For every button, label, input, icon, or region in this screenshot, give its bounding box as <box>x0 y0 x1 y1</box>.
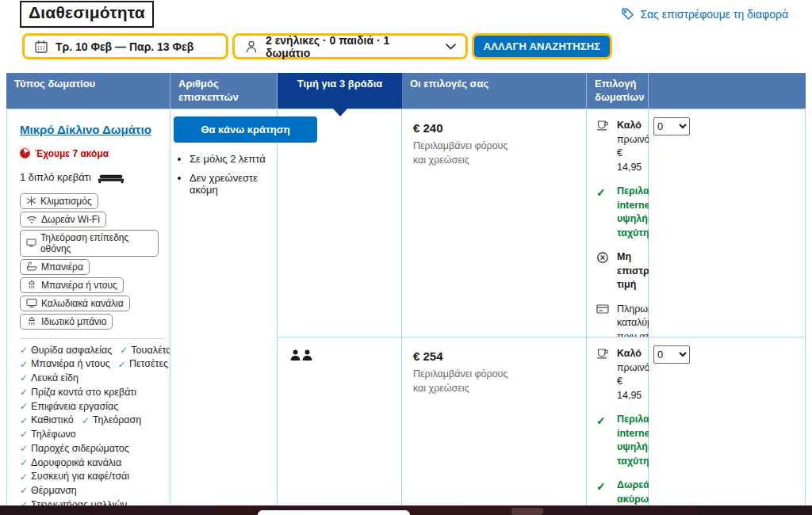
header-price: Τιμή για 3 βράδια <box>278 73 402 109</box>
facilities-list: ✓Θυρίδα ασφαλείας ✓Τουαλέτα ✓Μπανιέρα ή … <box>20 345 170 506</box>
person-icon <box>244 40 259 54</box>
reserve-cell: Θα κάνω κράτηση Σε μόλις 2 λεπτά Δεν χρε… <box>170 109 278 505</box>
header-choices: Οι επιλογές σας <box>402 73 587 109</box>
facility-item: ✓Τηλέφωνο <box>20 429 76 440</box>
room-qty-select[interactable]: 0 <box>653 345 690 364</box>
badge-private-bathroom: Ιδιωτικό μπάνιο <box>20 314 113 330</box>
badge-air-conditioning: Κλιματισμός <box>20 193 98 209</box>
badge-cable-channels: Καλωδιακά κανάλια <box>20 296 130 311</box>
circle-x-icon <box>596 250 610 292</box>
bed-icon <box>98 171 124 184</box>
room-badges: Κλιματισμός Δωρεάν Wi-Fi Τηλεόραση επίπε… <box>20 193 159 330</box>
coffee-cup-icon <box>596 347 610 359</box>
benefits-list: Σε μόλις 2 λεπτά Δεν χρεώνεστε ακόμη <box>190 153 267 196</box>
facility-item: ✓Τηλεόραση <box>82 415 142 425</box>
limited-availability-icon <box>20 148 30 158</box>
badge-free-wifi: Δωρεάν Wi-Fi <box>20 212 106 227</box>
tag-icon <box>621 7 634 21</box>
check-icon: ✓ <box>82 416 90 426</box>
header-spacer <box>649 73 806 109</box>
search-bar: Τρ. 10 Φεβ — Παρ. 13 Φεβ 2 ενήλικες · 0 … <box>22 33 612 59</box>
badge-bath-or-shower: Μπανιέρα ή ντους <box>20 277 124 293</box>
check-icon: ✓ <box>118 360 126 370</box>
snowflake-icon <box>26 196 36 206</box>
header-select-rooms: Επιλογή δωματίων <box>587 73 649 109</box>
occupancy-field[interactable]: 2 ενήλικες · 0 παιδιά · 1 δωμάτιο <box>232 33 468 59</box>
price-cell: € 240 Περιλαμβάνει φόρους και χρεώσεις <box>402 109 587 337</box>
guests-cell <box>278 109 402 337</box>
date-range-field[interactable]: Τρ. 10 Φεβ — Παρ. 13 Φεβ <box>22 33 228 59</box>
breakfast-option: Καλό πρωινό € 14,95 ? <box>596 119 640 174</box>
facility-item: ✓Θέρμανση <box>20 486 77 496</box>
cookie-bar-element <box>511 508 543 515</box>
facility-item: ✓Καθιστικό <box>20 415 74 425</box>
facility-item: ✓Επιφάνεια εργασίας <box>20 402 118 412</box>
breakfast-option: Καλό πρωινό € 14,95 ? <box>596 347 640 402</box>
guests-cell <box>278 337 402 505</box>
coffee-cup-icon <box>596 119 610 131</box>
check-icon: ✓ <box>20 402 28 412</box>
page-title: Διαθεσιμότητα <box>20 1 154 28</box>
facility-item: ✓Στεγνωτήρας μαλλιών <box>20 500 127 505</box>
facility-item: ✓Παροχές σιδερώματος <box>20 444 129 454</box>
facility-item: ✓Πρίζα κοντά στο κρεβάτι <box>20 387 136 398</box>
check-icon: ✓ <box>20 472 28 483</box>
facility-item: ✓Τουαλέτα <box>120 345 170 356</box>
non-refundable-option: Μη επιστρέψιμη τιμή <box>596 250 640 292</box>
price-match-label: Σας επιστρέφουμε τη διαφορά <box>640 8 788 21</box>
bed-info: 1 διπλό κρεβάτι <box>20 171 159 184</box>
facility-item: ✓Συσκευή για καφέ/τσάι <box>20 471 129 482</box>
check-icon: ✓ <box>20 345 28 356</box>
header-room-type: Τύπος δωματίου <box>6 73 170 109</box>
facility-item: ✓Πετσέτες <box>118 359 168 369</box>
room-cell: Μικρό Δίκλινο Δωμάτιο Έχουμε 7 ακόμα 1 δ… <box>6 109 170 505</box>
price-cell: € 254 Περιλαμβάνει φόρους και χρεώσεις <box>402 337 587 505</box>
check-icon: ✓ <box>596 413 610 468</box>
urgency-note: Έχουμε 7 ακόμα <box>20 148 159 159</box>
date-range-value: Τρ. 10 Φεβ — Παρ. 13 Φεβ <box>56 40 193 53</box>
price-note: Περιλαμβάνει φόρους και χρεώσεις <box>413 367 520 395</box>
guest-icon <box>290 349 301 361</box>
wifi-icon <box>26 215 37 224</box>
cookie-bar-button[interactable] <box>258 510 410 515</box>
rate-options-cell: Καλό πρωινό € 14,95 ? ✓ Περιλαμβάνει int… <box>587 337 649 505</box>
change-search-button[interactable]: ΑΛΛΑΓΗ ΑΝΑΖΗΤΗΣΗΣ <box>472 33 612 59</box>
reserve-button[interactable]: Θα κάνω κράτηση <box>174 116 317 143</box>
facility-item: ✓Θυρίδα ασφαλείας <box>20 345 112 356</box>
room-name-link[interactable]: Μικρό Δίκλινο Δωμάτιο <box>20 122 151 138</box>
check-icon: ✓ <box>20 387 28 398</box>
calendar-icon <box>34 40 48 54</box>
guest-icon <box>302 349 312 361</box>
check-icon: ✓ <box>20 458 28 468</box>
check-icon: ✓ <box>596 185 610 240</box>
check-icon: ✓ <box>20 444 28 454</box>
cookie-bar-remnant <box>0 505 812 515</box>
badge-flatscreen-tv: Τηλεόραση επίπεδης οθόνης <box>20 230 159 257</box>
availability-table: Τύπος δωματίου Αριθμός επισκεπτών Τιμή γ… <box>6 73 806 505</box>
facility-item: ✓Λευκά είδη <box>20 373 79 383</box>
benefit-item: Σε μόλις 2 λεπτά <box>190 153 267 165</box>
divider <box>20 338 163 339</box>
tv-icon <box>26 298 37 308</box>
badge-bathtub: Μπανιέρα <box>20 259 90 275</box>
chevron-down-icon <box>446 44 456 50</box>
price-value: € 240 <box>413 121 576 135</box>
price-value: € 254 <box>413 349 576 363</box>
internet-option: ✓ Περιλαμβάνει internet υψηλής ταχύτητας <box>596 413 640 468</box>
check-icon: ✓ <box>20 416 28 426</box>
room-qty-cell: 0 <box>649 109 806 337</box>
bathtub-icon <box>26 261 37 272</box>
check-icon: ✓ <box>120 345 128 356</box>
check-icon: ✓ <box>20 429 28 440</box>
benefit-item: Δεν χρεώνεστε ακόμη <box>190 172 267 196</box>
check-icon: ✓ <box>20 500 28 505</box>
shower-icon <box>26 280 37 290</box>
header-guests: Αριθμός επισκεπτών <box>170 73 278 109</box>
internet-option: ✓ Περιλαμβάνει internet υψηλής ταχύτητας <box>596 185 640 240</box>
check-icon: ✓ <box>20 373 28 383</box>
price-match-link[interactable]: Σας επιστρέφουμε τη διαφορά <box>621 7 788 21</box>
facility-item: ✓Δορυφορικά κανάλια <box>20 458 121 468</box>
rate-options-cell: Καλό πρωινό € 14,95 ? ✓ Περιλαμβάνει int… <box>587 109 649 337</box>
check-icon: ✓ <box>20 486 28 496</box>
room-qty-select[interactable]: 0 <box>653 117 690 135</box>
